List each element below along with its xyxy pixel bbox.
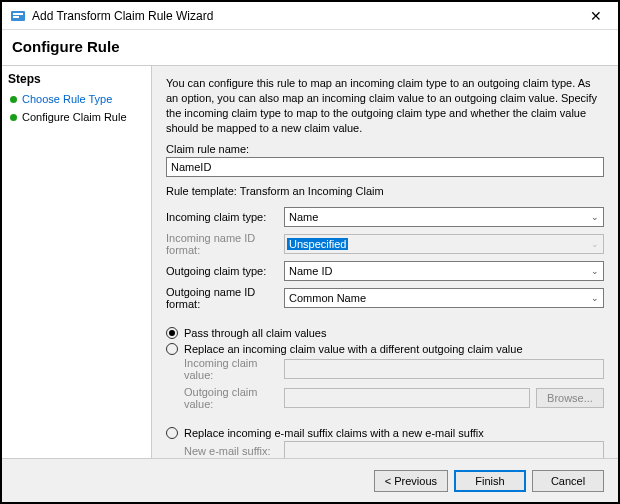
incoming-type-select[interactable]: Name ⌄ [284,207,604,227]
bullet-icon [10,96,17,103]
close-icon[interactable]: ✕ [582,6,610,26]
chevron-down-icon: ⌄ [591,293,599,303]
previous-button[interactable]: < Previous [374,470,448,492]
page-title: Configure Rule [2,30,618,66]
claim-rule-name-label: Claim rule name: [166,143,604,155]
incoming-nameid-select: Unspecified ⌄ [284,234,604,254]
button-bar: < Previous Finish Cancel [2,458,618,502]
svg-rect-2 [13,16,19,18]
steps-heading: Steps [8,72,145,86]
outgoing-value-label: Outgoing claim value: [184,386,284,410]
browse-button: Browse... [536,388,604,408]
radio-icon [166,343,178,355]
radio-icon [166,327,178,339]
outgoing-type-select[interactable]: Name ID ⌄ [284,261,604,281]
chevron-down-icon: ⌄ [591,212,599,222]
title-bar: Add Transform Claim Rule Wizard ✕ [2,2,618,30]
outgoing-value-input [284,388,530,408]
outgoing-nameid-label: Outgoing name ID format: [166,286,284,310]
incoming-value-label: Incoming claim value: [184,357,284,381]
chevron-down-icon: ⌄ [591,266,599,276]
bullet-icon [10,114,17,121]
outgoing-type-label: Outgoing claim type: [166,265,284,277]
step-configure-claim-rule[interactable]: Configure Claim Rule [8,108,145,126]
steps-panel: Steps Choose Rule Type Configure Claim R… [2,66,152,464]
main-panel: You can configure this rule to map an in… [152,66,618,464]
finish-button[interactable]: Finish [454,470,526,492]
chevron-down-icon: ⌄ [591,239,599,249]
incoming-nameid-label: Incoming name ID format: [166,232,284,256]
new-suffix-label: New e-mail suffix: [184,445,284,457]
radio-pass-through[interactable]: Pass through all claim values [166,327,604,339]
cancel-button[interactable]: Cancel [532,470,604,492]
radio-icon [166,427,178,439]
rule-template-text: Rule template: Transform an Incoming Cla… [166,185,604,197]
step-choose-rule-type[interactable]: Choose Rule Type [8,90,145,108]
description-text: You can configure this rule to map an in… [166,76,604,135]
claim-rule-name-input[interactable] [166,157,604,177]
outgoing-nameid-select[interactable]: Common Name ⌄ [284,288,604,308]
radio-replace-value[interactable]: Replace an incoming claim value with a d… [166,343,604,355]
app-icon [10,8,26,24]
incoming-type-label: Incoming claim type: [166,211,284,223]
svg-rect-1 [13,13,23,15]
incoming-value-input [284,359,604,379]
window-title: Add Transform Claim Rule Wizard [32,9,582,23]
radio-replace-suffix[interactable]: Replace incoming e-mail suffix claims wi… [166,427,604,439]
